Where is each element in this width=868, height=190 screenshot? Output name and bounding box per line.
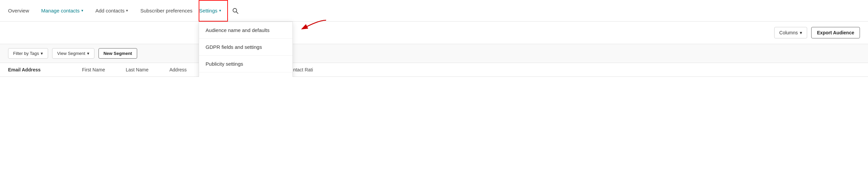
svg-line-2 — [236, 12, 238, 13]
view-segment-button[interactable]: View Segment ▾ — [52, 48, 94, 59]
toolbar-row: Columns ▾ Export Audience — [0, 22, 868, 44]
table-header: Email Address First Name Last Name Addre… — [0, 63, 868, 77]
filter-tags-chevron-icon: ▾ — [41, 51, 43, 56]
svg-point-1 — [233, 8, 237, 12]
nav-subscriber-preferences-label: Subscriber preferences — [140, 8, 192, 13]
top-navigation: Overview Manage contacts ▾ Add contacts … — [0, 0, 868, 22]
nav-overview[interactable]: Overview — [8, 0, 35, 22]
filter-bar: Filter by Tags ▾ View Segment ▾ New Segm… — [0, 44, 868, 63]
nav-add-contacts[interactable]: Add contacts ▾ — [89, 0, 134, 22]
manage-contacts-chevron-icon: ▾ — [81, 8, 83, 13]
table-col-lastname: Last Name — [126, 67, 169, 73]
nav-manage-contacts[interactable]: Manage contacts ▾ — [35, 0, 89, 22]
nav-subscriber-preferences[interactable]: Subscriber preferences — [134, 0, 198, 22]
nav-settings[interactable]: Settings ▾ — [199, 0, 228, 22]
filter-by-tags-button[interactable]: Filter by Tags ▾ — [8, 48, 48, 59]
search-icon — [232, 7, 239, 14]
settings-chevron-icon: ▾ — [219, 8, 221, 13]
new-segment-button[interactable]: New Segment — [98, 48, 137, 59]
table-col-email: Email Address — [8, 67, 82, 73]
dropdown-item-audience-fields[interactable]: Audience fields and *|MERGE|* tags — [199, 73, 292, 77]
dropdown-item-audience-name[interactable]: Audience name and defaults — [199, 22, 292, 39]
export-audience-button[interactable]: Export Audience — [811, 27, 860, 38]
add-contacts-chevron-icon: ▾ — [126, 8, 128, 13]
settings-dropdown: Audience name and defaults GDPR fields a… — [199, 22, 293, 77]
dropdown-item-gdpr[interactable]: GDPR fields and settings — [199, 39, 292, 56]
nav-settings-label: Settings — [199, 8, 217, 13]
nav-manage-contacts-label: Manage contacts — [41, 8, 80, 13]
nav-search[interactable] — [228, 0, 243, 22]
settings-wrapper: Settings ▾ Audience name and defaults GD — [199, 0, 228, 22]
nav-overview-label: Overview — [8, 8, 29, 13]
columns-button[interactable]: Columns ▾ — [774, 27, 807, 38]
columns-chevron-icon: ▾ — [800, 30, 802, 35]
nav-add-contacts-label: Add contacts — [95, 8, 125, 13]
table-col-firstname: First Name — [82, 67, 126, 73]
dropdown-item-publicity[interactable]: Publicity settings — [199, 56, 292, 73]
view-segment-chevron-icon: ▾ — [87, 51, 89, 56]
